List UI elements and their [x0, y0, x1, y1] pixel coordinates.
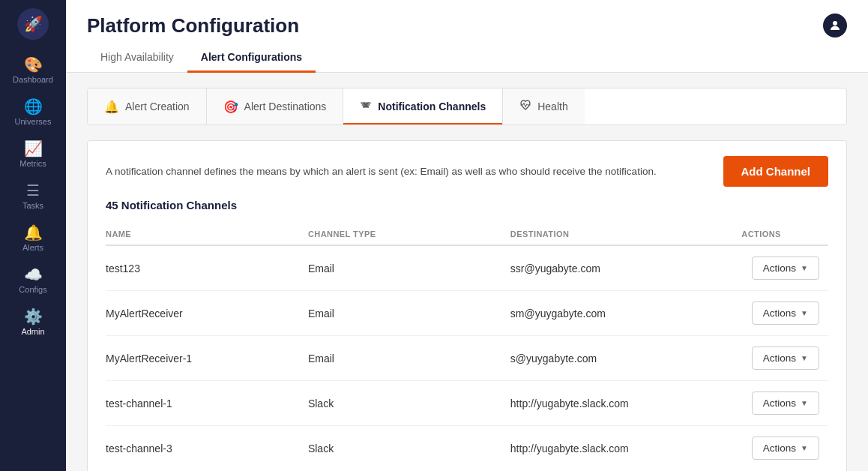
- universes-icon: 🌐: [24, 99, 43, 114]
- sub-tab-label: Health: [537, 100, 567, 112]
- alerts-icon: 🔔: [24, 225, 43, 240]
- sidebar-item-label: Dashboard: [13, 75, 53, 84]
- configs-icon: ☁️: [24, 267, 43, 282]
- tab-high-availability[interactable]: High Availability: [87, 44, 187, 73]
- cell-actions: Actions▼: [741, 245, 828, 291]
- cell-name: test-channel-3: [106, 426, 308, 471]
- alert-destinations-icon: 🎯: [223, 100, 238, 114]
- cell-actions: Actions▼: [741, 426, 828, 471]
- table-row: MyAlertReceiverEmailsm@yuygabyte.comActi…: [106, 291, 828, 336]
- cell-destination: s@yuygabyte.com: [510, 336, 741, 381]
- sidebar-item-label: Universes: [15, 117, 52, 126]
- cell-destination: sm@yuygabyte.com: [510, 291, 741, 336]
- tab-alert-configurations[interactable]: Alert Configurations: [187, 44, 316, 73]
- cell-name: test123: [106, 245, 308, 291]
- sub-tab-label: Alert Destinations: [244, 100, 327, 112]
- chevron-down-icon: ▼: [801, 399, 808, 407]
- header: Platform Configuration: [66, 0, 868, 38]
- sub-tab-label: Alert Creation: [125, 100, 190, 112]
- sidebar-item-label: Admin: [21, 327, 44, 336]
- sidebar-item-label: Metrics: [19, 159, 46, 168]
- cell-channel-type: Email: [308, 245, 510, 291]
- sidebar: 🚀 🎨 Dashboard 🌐 Universes 📈 Metrics ☰ Ta…: [0, 0, 66, 471]
- notification-channels-panel: A notification channel defines the means…: [87, 140, 847, 471]
- sub-tab-notification-channels[interactable]: Notification Channels: [343, 88, 503, 124]
- cell-name: MyAlertReceiver: [106, 291, 308, 336]
- health-icon: [519, 99, 531, 114]
- table-header-row: NAME CHANNEL TYPE DESTINATION ACTIONS: [106, 224, 828, 245]
- actions-button[interactable]: Actions▼: [752, 302, 819, 325]
- cell-actions: Actions▼: [741, 336, 828, 381]
- panel-description-row: A notification channel defines the means…: [106, 156, 828, 187]
- table-row: test123Emailssr@yugabyte.comActions▼: [106, 245, 828, 291]
- tasks-icon: ☰: [26, 183, 40, 198]
- logo-icon: 🚀: [17, 8, 49, 40]
- chevron-down-icon: ▼: [801, 444, 808, 452]
- cell-channel-type: Slack: [308, 381, 510, 426]
- col-header-destination: DESTINATION: [510, 224, 741, 245]
- sidebar-item-label: Configs: [19, 285, 46, 294]
- alert-creation-icon: 🔔: [104, 100, 119, 114]
- sub-tabs: 🔔 Alert Creation 🎯 Alert Destinations No…: [87, 88, 847, 125]
- dashboard-icon: 🎨: [24, 57, 43, 72]
- cell-channel-type: Slack: [308, 426, 510, 471]
- actions-button[interactable]: Actions▼: [752, 346, 819, 370]
- sidebar-item-admin[interactable]: ⚙️ Admin: [0, 300, 66, 342]
- actions-button[interactable]: Actions▼: [752, 436, 819, 460]
- sidebar-logo: 🚀: [0, 0, 66, 48]
- chevron-down-icon: ▼: [801, 354, 808, 362]
- sidebar-item-metrics[interactable]: 📈 Metrics: [0, 132, 66, 174]
- chevron-down-icon: ▼: [801, 264, 808, 272]
- channels-table: NAME CHANNEL TYPE DESTINATION ACTIONS te…: [106, 224, 828, 470]
- chevron-down-icon: ▼: [801, 309, 808, 317]
- metrics-icon: 📈: [24, 141, 43, 156]
- cell-destination: http://yugabyte.slack.com: [510, 381, 741, 426]
- top-tabs: High Availability Alert Configurations: [66, 44, 868, 73]
- user-avatar[interactable]: [823, 14, 847, 38]
- sidebar-item-label: Alerts: [22, 243, 43, 252]
- actions-button[interactable]: Actions▼: [752, 256, 819, 280]
- cell-name: test-channel-1: [106, 381, 308, 426]
- cell-destination: http://yugabyte.slack.com: [510, 426, 741, 471]
- main-content: Platform Configuration High Availability…: [66, 0, 868, 471]
- sidebar-item-tasks[interactable]: ☰ Tasks: [0, 174, 66, 216]
- page-title: Platform Configuration: [87, 14, 299, 38]
- sub-tab-alert-destinations[interactable]: 🎯 Alert Destinations: [207, 88, 344, 124]
- sub-tab-health[interactable]: Health: [503, 88, 584, 124]
- cell-channel-type: Email: [308, 291, 510, 336]
- table-row: test-channel-3Slackhttp://yugabyte.slack…: [106, 426, 828, 471]
- sidebar-item-dashboard[interactable]: 🎨 Dashboard: [0, 48, 66, 90]
- col-header-actions: ACTIONS: [741, 224, 828, 245]
- sub-tab-label: Notification Channels: [378, 100, 486, 112]
- add-channel-button[interactable]: Add Channel: [723, 156, 829, 187]
- content-area: 🔔 Alert Creation 🎯 Alert Destinations No…: [66, 73, 868, 471]
- svg-point-0: [833, 21, 837, 26]
- cell-actions: Actions▼: [741, 291, 828, 336]
- cell-channel-type: Email: [308, 336, 510, 381]
- col-header-type: CHANNEL TYPE: [308, 224, 510, 245]
- col-header-name: NAME: [106, 224, 308, 245]
- cell-name: MyAlertReceiver-1: [106, 336, 308, 381]
- sidebar-item-configs[interactable]: ☁️ Configs: [0, 258, 66, 300]
- panel-description: A notification channel defines the means…: [106, 166, 657, 177]
- admin-icon: ⚙️: [24, 309, 43, 324]
- sidebar-item-alerts[interactable]: 🔔 Alerts: [0, 216, 66, 258]
- channels-count: 45 Notification Channels: [106, 199, 828, 212]
- notification-channels-icon: [360, 99, 372, 114]
- table-row: test-channel-1Slackhttp://yugabyte.slack…: [106, 381, 828, 426]
- cell-actions: Actions▼: [741, 381, 828, 426]
- sub-tab-alert-creation[interactable]: 🔔 Alert Creation: [88, 88, 207, 124]
- sidebar-item-universes[interactable]: 🌐 Universes: [0, 90, 66, 132]
- actions-button[interactable]: Actions▼: [752, 392, 819, 415]
- cell-destination: ssr@yugabyte.com: [510, 245, 741, 291]
- table-row: MyAlertReceiver-1Emails@yuygabyte.comAct…: [106, 336, 828, 381]
- sidebar-item-label: Tasks: [22, 201, 43, 210]
